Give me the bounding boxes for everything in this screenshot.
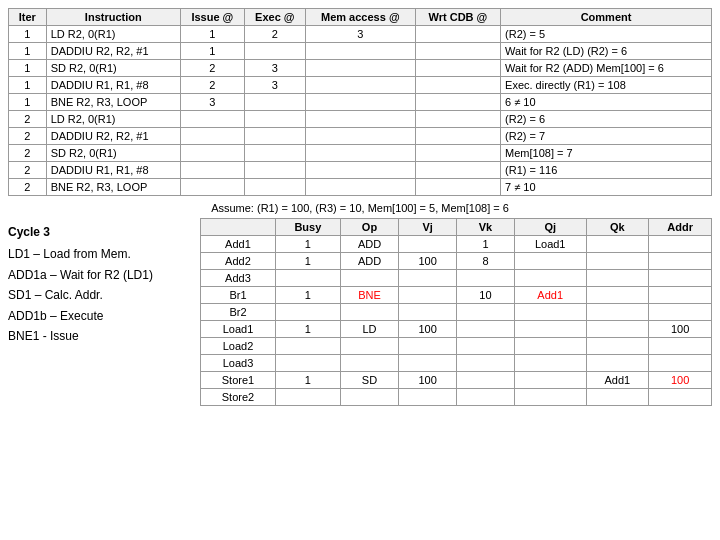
col-header-iter: Iter (9, 9, 47, 26)
col-header-comment: Comment (501, 9, 712, 26)
col-header-mem: Mem access @ (305, 9, 415, 26)
rs-row: Add3 (201, 270, 712, 287)
rs-row: Store11SD100Add1100 (201, 372, 712, 389)
rs-row: Store2 (201, 389, 712, 406)
cycle-info: Cycle 3 LD1 – Load from Mem.ADD1a – Wait… (8, 218, 188, 406)
table-row: 1SD R2, 0(R1)23Wait for R2 (ADD) Mem[100… (9, 60, 712, 77)
table-row: 1BNE R2, R3, LOOP36 ≠ 10 (9, 94, 712, 111)
col-header-exec: Exec @ (244, 9, 305, 26)
rs-row: Load11LD100100 (201, 321, 712, 338)
cycle-line: LD1 – Load from Mem. (8, 244, 188, 264)
table-row: 2BNE R2, R3, LOOP7 ≠ 10 (9, 179, 712, 196)
rs-table: BusyOpVjVkQjQkAddr Add11ADD1Load1Add21AD… (200, 218, 712, 406)
rs-row: Br2 (201, 304, 712, 321)
rs-row: Load2 (201, 338, 712, 355)
col-header-issue: Issue @ (180, 9, 244, 26)
cycle-line: ADD1b – Execute (8, 306, 188, 326)
table-row: 1LD R2, 0(R1)123(R2) = 5 (9, 26, 712, 43)
rs-row: Br11BNE10Add1 (201, 287, 712, 304)
cycle-line: BNE1 - Issue (8, 326, 188, 346)
table-row: 1DADDIU R1, R1, #823Exec. directly (R1) … (9, 77, 712, 94)
table-row: 2DADDIU R1, R1, #8(R1) = 116 (9, 162, 712, 179)
rs-row: Add11ADD1Load1 (201, 236, 712, 253)
cycle-title: Cycle 3 (8, 222, 188, 242)
table-row: 2LD R2, 0(R1)(R2) = 6 (9, 111, 712, 128)
col-header-instruction: Instruction (46, 9, 180, 26)
rs-row: Add21ADD1008 (201, 253, 712, 270)
assume-text: Assume: (R1) = 100, (R3) = 10, Mem[100] … (8, 202, 712, 214)
rs-row: Load3 (201, 355, 712, 372)
table-row: 2DADDIU R2, R2, #1(R2) = 7 (9, 128, 712, 145)
table-row: 1DADDIU R2, R2, #11Wait for R2 (LD) (R2)… (9, 43, 712, 60)
main-table: Iter Instruction Issue @ Exec @ Mem acce… (8, 8, 712, 196)
col-header-wrt: Wrt CDB @ (415, 9, 500, 26)
cycle-line: ADD1a – Wait for R2 (LD1) (8, 265, 188, 285)
cycle-line: SD1 – Calc. Addr. (8, 285, 188, 305)
table-row: 2SD R2, 0(R1)Mem[108] = 7 (9, 145, 712, 162)
bottom-section: Cycle 3 LD1 – Load from Mem.ADD1a – Wait… (8, 218, 712, 406)
